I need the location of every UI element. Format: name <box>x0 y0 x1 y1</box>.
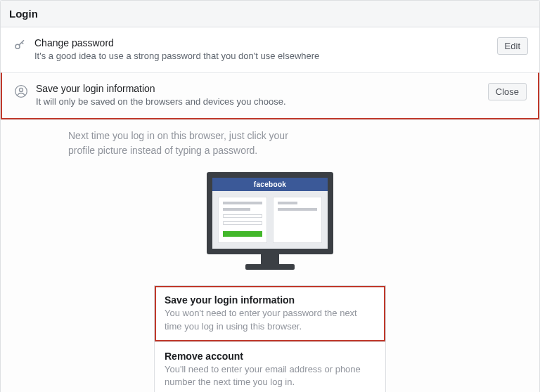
change-password-title: Change password <box>34 37 490 48</box>
change-password-texts: Change password It's a good idea to use … <box>34 37 490 63</box>
save-login-texts: Save your login information It will only… <box>36 83 481 108</box>
svg-point-0 <box>15 44 20 48</box>
key-icon <box>12 39 27 51</box>
section-title: Login <box>1 1 539 27</box>
option-save-sub: You won't need to enter your password th… <box>165 307 375 332</box>
save-login-title: Save your login information <box>36 83 481 94</box>
option-remove-sub: You'll need to enter your email address … <box>165 363 375 388</box>
monitor-brand: facebook <box>212 178 328 191</box>
svg-point-2 <box>20 89 23 92</box>
save-login-row: Save your login information It will only… <box>1 72 539 119</box>
save-login-sub: It will only be saved on the browsers an… <box>36 96 481 108</box>
option-remove-title: Remove account <box>165 351 375 362</box>
monitor-illustration: facebook <box>12 172 528 270</box>
next-time-text: Next time you log in on this browser, ju… <box>68 129 300 158</box>
close-button[interactable]: Close <box>488 83 527 100</box>
option-remove-account[interactable]: Remove account You'll need to enter your… <box>155 341 385 392</box>
person-circle-icon <box>13 84 29 98</box>
login-settings-panel: Login Change password It's a good idea t… <box>0 0 540 392</box>
change-password-sub: It's a good idea to use a strong passwor… <box>34 50 490 63</box>
save-login-options: Save your login information You won't ne… <box>154 285 386 392</box>
option-save-title: Save your login information <box>165 294 375 306</box>
change-password-row: Change password It's a good idea to use … <box>1 27 539 72</box>
save-login-expanded: Next time you log in on this browser, ju… <box>1 119 539 392</box>
option-save-login[interactable]: Save your login information You won't ne… <box>155 286 385 341</box>
edit-button[interactable]: Edit <box>497 37 528 55</box>
